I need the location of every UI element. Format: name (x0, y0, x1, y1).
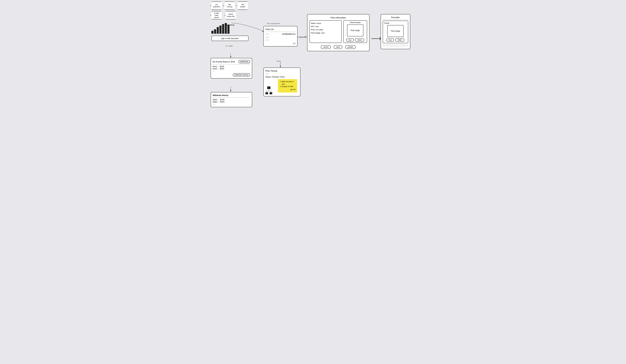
flow-preview-title: Flow Preview (350, 22, 360, 24)
my-royalty-label: my royalty (226, 45, 233, 47)
flow-preview-panel: Flow Preview Flow Image buy share (343, 20, 367, 43)
preview-btn-row: buy share (346, 38, 364, 42)
royalty-item-3: .... (213, 70, 250, 72)
history-title: Withdraw History (213, 94, 250, 96)
flow-tracing-box: Flow Tracing ----- Status: Flowing / Don… (263, 68, 301, 96)
flow-name: Name: xxxxx (311, 22, 340, 25)
farcaster-buy-button[interactable]: buy (387, 38, 394, 42)
farcaster-title: Farcaster (383, 16, 408, 19)
history-divider (213, 97, 250, 98)
farcaster-dashed-2 (383, 45, 408, 45)
flow-info-inner: Name: xxxxx NFT: xxxx Price: xxx warp Fl… (310, 20, 367, 43)
share-button-1[interactable]: share (355, 38, 364, 42)
flow-mgmt-label: flow management (267, 23, 280, 24)
history-item-1: date1 ... $100 (213, 98, 250, 101)
buy-button-1[interactable]: buy (346, 38, 354, 42)
bar-7 (227, 25, 230, 34)
flow-info-box: Flow Information Name: xxxxx NFT: xxxx P… (307, 14, 369, 51)
bar-4 (219, 26, 222, 34)
create-edit-label: create/edit (298, 36, 306, 38)
stats-row2: $ 18M trade volume 98765 unique fids (211, 11, 237, 19)
frame-label: Frame (384, 22, 407, 24)
flow-details: Name: xxxxx NFT: xxxx Price: xxx warp Fl… (310, 20, 342, 43)
sticky-note: Mark the path of deal Royalty on Path ge… (278, 79, 297, 92)
frame-box: Frame Flow Image buy share (383, 21, 408, 43)
chart-label: fid ranking (226, 24, 235, 26)
big-arrow-icon: ⟶ (371, 34, 382, 43)
history-item-2: date2 ... $234 (213, 101, 250, 103)
cancel-button[interactable]: cancel (321, 45, 331, 49)
flow-tracing-status: Status: Flowing / Done (265, 76, 298, 78)
withdraw-history-box: Withdraw History date1 ... $100 date2 ..… (211, 92, 252, 107)
stat-dealed: 789 dealed (237, 1, 249, 10)
farcaster-box: Farcaster Frame Flow Image buy share (381, 14, 410, 49)
stat-trade-volume: $ 18M trade volume (211, 11, 223, 19)
flow-tracing-title: Flow Tracing (265, 70, 298, 72)
royalty-item-2: flow2 ... $234 (213, 68, 250, 70)
flow-edit-del-trace[interactable]: [edit][del][trace] (282, 33, 295, 35)
flow-tracing-content: Mark the path of deal Royalty on Path ge… (265, 80, 298, 94)
history-item-3: .... (213, 103, 250, 105)
bar-5 (222, 24, 224, 34)
flow-list-row1: ------ [edit][del][trace] (265, 33, 295, 35)
flow-list-title: Flow List (265, 28, 295, 31)
publish-button[interactable]: publish (345, 45, 356, 49)
flow-list-row3: ------ (265, 39, 295, 41)
royalty-header: My Royalty Balance: $345 [withdraw] (213, 60, 250, 63)
trace-label: trace (277, 60, 280, 62)
withdraw-history-button[interactable]: [withdraw history] (233, 73, 250, 77)
flow-info-actions: cancel save publish (310, 45, 367, 49)
sticky-item-1: Mark the path of deal (282, 80, 296, 85)
stat-running: 456 running (224, 1, 235, 10)
stat-published: 123 published (211, 1, 223, 10)
flow-tracing-divider: ----- (265, 73, 298, 75)
stat-unique-fids: 98765 unique fids (225, 11, 237, 19)
flow-list-box: Flow List ------ [edit][del][trace] ----… (263, 26, 298, 46)
flow-info-title: Flow Information (310, 16, 367, 19)
bar-1 (211, 31, 213, 34)
farcaster-btn-row: buy share (384, 38, 407, 42)
royalty-item-1: flow1 ... $100 (213, 65, 250, 68)
bar-2 (214, 29, 216, 34)
save-button[interactable]: save (334, 45, 342, 49)
farcaster-flow-image: Flow Image (387, 25, 404, 37)
royalty-balance-label: My Royalty Balance: $345 (213, 61, 235, 63)
flow-list-row2: ------ (265, 36, 295, 38)
farcaster-share-button[interactable]: share (395, 38, 404, 42)
flow-nft: NFT: xxxx (311, 25, 340, 28)
farcaster-dashed-3 (383, 46, 408, 46)
sticky-item-2: Royalty on Path (282, 85, 296, 88)
stats-row1: 123 published 456 running 789 dealed (211, 1, 249, 10)
sticky-sig: gem fox (279, 88, 296, 91)
signin-button[interactable]: sign in with farcaster (211, 36, 248, 41)
flow-add-btn[interactable]: [+] (265, 42, 295, 44)
flow-list-divider (265, 32, 295, 32)
flow-image-box-1: Flow Image (347, 25, 363, 36)
flow-price: Price: xxx warp (311, 28, 340, 32)
farcaster-dashed-1 (383, 19, 408, 20)
bar-3 (217, 27, 219, 34)
org-chart-icon (265, 86, 272, 94)
withdraw-button[interactable]: [withdraw] (238, 60, 250, 63)
royalty-divider (213, 64, 250, 64)
flow-image-field: Flow Image: xxxx (311, 32, 340, 35)
royalty-box: My Royalty Balance: $345 [withdraw] flow… (211, 58, 252, 79)
